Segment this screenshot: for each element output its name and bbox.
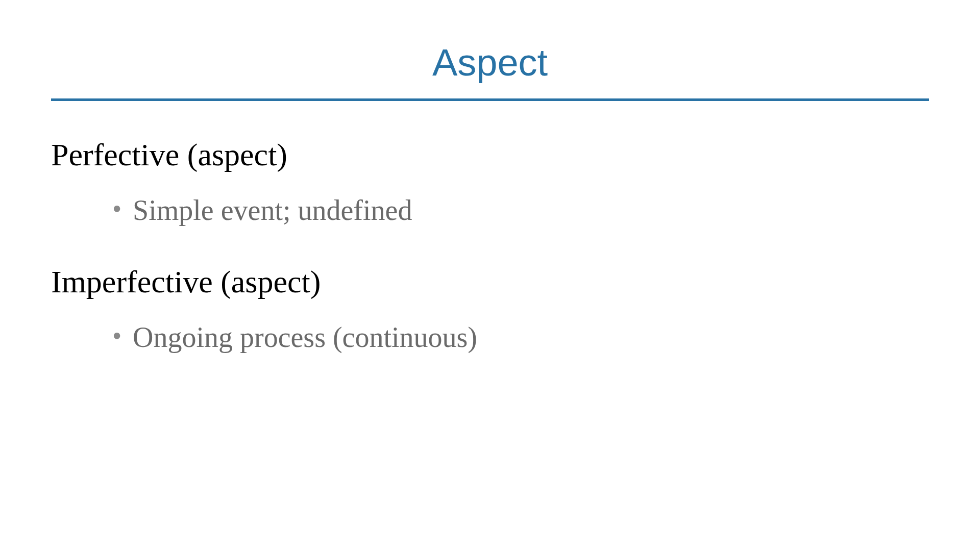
- list-item: Simple event; undefined: [51, 192, 929, 228]
- slide-content: Perfective (aspect) Simple event; undefi…: [51, 101, 929, 355]
- bullet-list: Ongoing process (continuous): [51, 319, 929, 355]
- section-heading: Perfective (aspect): [51, 137, 929, 173]
- slide: Aspect Perfective (aspect) Simple event;…: [0, 0, 980, 551]
- list-item: Ongoing process (continuous): [51, 319, 929, 355]
- section-heading: Imperfective (aspect): [51, 264, 929, 300]
- bullet-list: Simple event; undefined: [51, 192, 929, 228]
- slide-title: Aspect: [51, 41, 929, 98]
